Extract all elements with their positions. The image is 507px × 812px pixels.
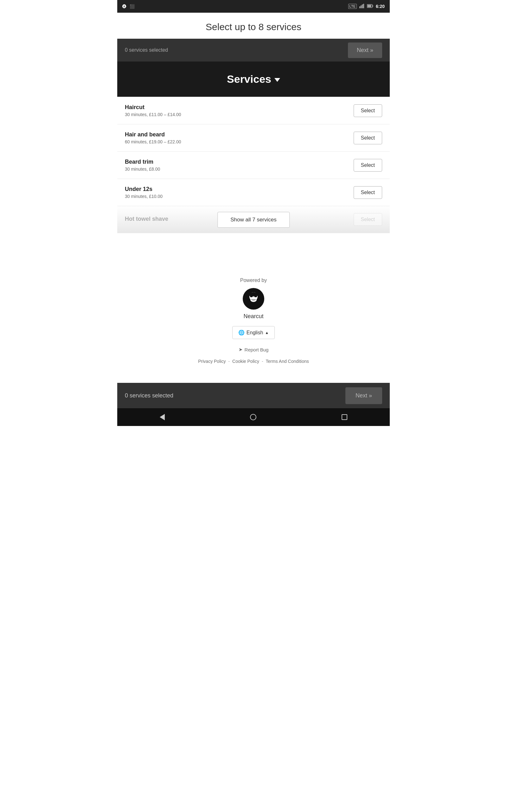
status-bar: 🅐 ⬛ LTE 6:20 [117, 0, 390, 13]
service-list: Haircut 30 minutes, £11.00 – £14.00 Sele… [117, 97, 390, 233]
lte-icon: LTE [348, 4, 357, 9]
services-chevron-icon [274, 78, 280, 82]
recents-button[interactable] [338, 411, 350, 423]
report-bug-link[interactable]: ➤ Report Bug [124, 347, 383, 352]
service-name-beard-trim: Beard trim [125, 159, 160, 165]
show-all-overlay: Show all 7 services [217, 207, 290, 233]
bottom-selection-bar: 0 services selected Next » [117, 383, 390, 408]
language-selector[interactable]: 🌐 English ▲ [232, 326, 275, 339]
footer: Powered by Nearcut 🌐 English ▲ ➤ Report … [117, 258, 390, 376]
service-name-hair-and-beard: Hair and beard [125, 131, 181, 138]
svg-rect-5 [372, 5, 373, 7]
bottom-services-count: 0 services selected [125, 392, 173, 399]
report-bug-label: Report Bug [245, 347, 269, 352]
time-display: 6:20 [376, 4, 385, 9]
svg-rect-3 [363, 4, 364, 8]
svg-rect-0 [359, 6, 360, 8]
service-detail-hair-and-beard: 60 minutes, £19.00 – £22.00 [125, 139, 181, 144]
service-item-hair-and-beard: Hair and beard 60 minutes, £19.00 – £22.… [117, 124, 390, 152]
service-name-hot-towel-shave: Hot towel shave [125, 216, 168, 222]
nearcut-brand-name: Nearcut [124, 313, 383, 320]
service-info-haircut: Haircut 30 minutes, £11.00 – £14.00 [125, 104, 181, 117]
language-label: English [246, 330, 263, 336]
select-button-haircut[interactable]: Select [354, 104, 382, 117]
nearcut-logo [242, 288, 265, 310]
battery-icon [367, 4, 373, 9]
android-nav-bar [117, 408, 390, 426]
home-button[interactable] [247, 411, 260, 423]
send-icon: ➤ [239, 347, 243, 352]
terms-conditions-link[interactable]: Terms And Conditions [266, 359, 309, 364]
services-header-title: Services [124, 73, 383, 85]
services-label: Services [227, 73, 271, 85]
top-next-button[interactable]: Next » [348, 43, 382, 58]
language-caret-icon: ▲ [265, 331, 269, 335]
select-button-beard-trim[interactable]: Select [354, 159, 382, 171]
svg-rect-2 [362, 4, 363, 8]
svg-rect-1 [360, 5, 361, 8]
footer-links: Privacy Policy - Cookie Policy - Terms A… [124, 359, 383, 364]
bottom-next-button[interactable]: Next » [345, 387, 382, 404]
top-selection-bar: 0 services selected Next » [117, 39, 390, 61]
service-item-under-12s: Under 12s 30 minutes, £10.00 Select [117, 179, 390, 206]
notification-icon: 🅐 [122, 4, 126, 9]
select-button-hair-and-beard[interactable]: Select [354, 132, 382, 144]
service-item-haircut: Haircut 30 minutes, £11.00 – £14.00 Sele… [117, 97, 390, 124]
powered-by-label: Powered by [124, 277, 383, 283]
globe-icon: 🌐 [238, 329, 245, 336]
footer-sep-1: - [228, 359, 230, 364]
service-info-hot-towel-shave: Hot towel shave [125, 216, 168, 223]
service-info-beard-trim: Beard trim 30 minutes, £8.00 [125, 159, 160, 171]
back-button[interactable] [157, 411, 168, 423]
home-icon [250, 414, 257, 420]
service-name-haircut: Haircut [125, 104, 181, 111]
service-name-under-12s: Under 12s [125, 186, 163, 193]
service-item-beard-trim: Beard trim 30 minutes, £8.00 Select [117, 152, 390, 179]
spacer [117, 233, 390, 258]
signal-icon [359, 4, 364, 9]
media-icon: ⬛ [130, 4, 135, 9]
svg-rect-6 [367, 5, 371, 7]
status-bar-left: 🅐 ⬛ [122, 4, 135, 9]
service-list-fade-area: Hot towel shave Select Show all 7 servic… [117, 206, 390, 233]
cookie-policy-link[interactable]: Cookie Policy [232, 359, 259, 364]
footer-sep-2: - [262, 359, 263, 364]
recents-icon [342, 414, 347, 420]
service-detail-beard-trim: 30 minutes, £8.00 [125, 166, 160, 171]
service-info-under-12s: Under 12s 30 minutes, £10.00 [125, 186, 163, 199]
select-button-hot-towel-shave[interactable]: Select [354, 213, 382, 226]
select-button-under-12s[interactable]: Select [354, 186, 382, 199]
service-detail-haircut: 30 minutes, £11.00 – £14.00 [125, 112, 181, 117]
services-header[interactable]: Services [117, 61, 390, 97]
status-bar-right: LTE 6:20 [348, 4, 385, 9]
page-title: Select up to 8 services [117, 13, 390, 39]
privacy-policy-link[interactable]: Privacy Policy [198, 359, 226, 364]
service-info-hair-and-beard: Hair and beard 60 minutes, £19.00 – £22.… [125, 131, 181, 144]
service-detail-under-12s: 30 minutes, £10.00 [125, 194, 163, 199]
show-all-button[interactable]: Show all 7 services [217, 212, 290, 228]
top-services-count: 0 services selected [125, 47, 168, 53]
back-icon [160, 414, 165, 420]
